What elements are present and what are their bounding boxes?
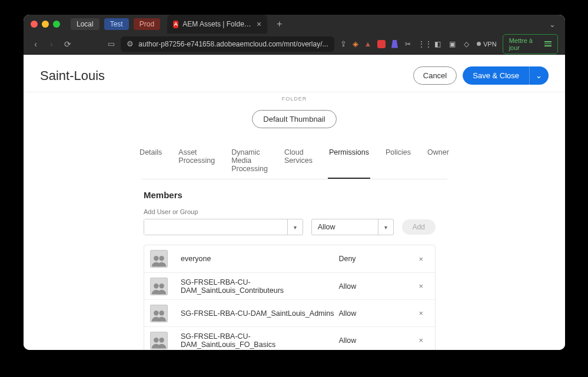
svg-point-1 <box>159 256 164 261</box>
tabs-overflow-button[interactable]: ⌄ <box>547 20 558 29</box>
tab-policies[interactable]: Policies <box>384 142 412 179</box>
wallet-icon[interactable]: ◇ <box>462 40 471 48</box>
tab-permissions[interactable]: Permissions <box>328 142 370 179</box>
tab-favicon: A <box>173 21 178 28</box>
member-name: SG-FRSEL-RBA-CU-DAM_SaintLouis_FO_Basics <box>168 332 338 349</box>
tab-close-button[interactable]: × <box>257 19 261 29</box>
member-row: everyone Deny × <box>144 245 435 272</box>
tab-title: AEM Assets | Folder Properties <box>182 20 253 28</box>
extensions: ✂ ⋮⋮ ◧ ▣ ◇ VPN Mettre à jour <box>377 34 558 54</box>
save-split-button: Save & Close ⌄ <box>463 66 549 85</box>
tab-strip: Details Asset Processing Dynamic Media P… <box>141 142 447 179</box>
vpn-label: VPN <box>483 41 497 48</box>
sidebar-toggle-icon[interactable]: ◧ <box>433 40 442 48</box>
members-heading: Members <box>144 190 436 200</box>
svg-point-4 <box>154 311 158 315</box>
forward-button[interactable]: › <box>46 39 57 49</box>
save-options-button[interactable]: ⌄ <box>529 66 549 85</box>
new-tab-button[interactable]: + <box>272 19 287 29</box>
page-content: Saint-Louis Cancel Save & Close ⌄ FOLDER… <box>24 55 565 350</box>
browser-tab[interactable]: A AEM Assets | Folder Properties × <box>167 15 267 34</box>
svg-point-5 <box>159 311 164 315</box>
cancel-button[interactable]: Cancel <box>413 66 457 85</box>
remove-member-button[interactable]: × <box>415 308 427 319</box>
tab-asset-processing[interactable]: Asset Processing <box>177 142 216 179</box>
reader-mode-icon[interactable]: ▭ <box>108 39 115 48</box>
env-test-tag[interactable]: Test <box>104 18 129 30</box>
menu-icon <box>544 41 552 46</box>
member-mode: Deny <box>338 255 415 263</box>
remove-member-button[interactable]: × <box>415 281 427 292</box>
add-member-row: ▾ Allow ▾ Add <box>144 219 436 235</box>
tab-owner[interactable]: Owner <box>426 142 450 179</box>
reload-button[interactable]: ⟳ <box>62 39 72 49</box>
chevron-down-icon[interactable]: ▾ <box>378 219 393 235</box>
user-group-input[interactable] <box>144 219 287 235</box>
group-avatar-icon <box>150 332 168 349</box>
member-name: SG-FRSEL-RBA-CU-DAM_SaintLouis_Admins <box>168 309 338 318</box>
member-mode: Allow <box>338 309 415 318</box>
site-settings-icon[interactable]: ⚙ <box>127 39 134 48</box>
share-icon[interactable]: ⇪ <box>340 39 347 48</box>
maximize-window-button[interactable] <box>53 21 60 28</box>
group-avatar-icon <box>150 305 168 322</box>
member-row: SG-FRSEL-RBA-CU-DAM_SaintLouis_Admins Al… <box>144 299 435 326</box>
close-window-button[interactable] <box>31 21 38 28</box>
add-user-label: Add User or Group <box>144 208 436 215</box>
update-button[interactable]: Mettre à jour <box>503 34 558 54</box>
address-bar: ‹ › ⟳ ▭ ⚙ author-p87256-e741658.adobeaem… <box>24 34 565 55</box>
save-close-button[interactable]: Save & Close <box>463 66 529 85</box>
back-button[interactable]: ‹ <box>31 39 41 49</box>
shields-icon[interactable]: ◈ <box>353 39 358 48</box>
svg-point-7 <box>159 338 164 342</box>
url-field[interactable]: ⚙ author-p87256-e741658.adobeaemcloud.co… <box>121 36 334 52</box>
user-group-combobox[interactable]: ▾ <box>144 219 303 235</box>
member-mode: Allow <box>338 336 415 345</box>
default-thumbnail-button[interactable]: Default Thumbnail <box>252 110 336 128</box>
vpn-badge[interactable]: VPN <box>477 41 497 48</box>
tab-cloud-services[interactable]: Cloud Services <box>283 142 314 179</box>
url-text: author-p87256-e741658.adobeaemcloud.com/… <box>138 40 328 48</box>
group-avatar-icon <box>150 250 168 268</box>
remove-member-button[interactable]: × <box>415 335 427 346</box>
svg-point-6 <box>154 338 158 342</box>
member-name: SG-FRSEL-RBA-CU-DAM_SaintLouis_Contribut… <box>168 278 338 295</box>
member-row: SG-FRSEL-RBA-CU-DAM_SaintLouis_Contribut… <box>144 272 435 299</box>
title-bar: Local Test Prod A AEM Assets | Folder Pr… <box>24 15 565 34</box>
tab-details[interactable]: Details <box>138 142 163 179</box>
extensions-menu-icon[interactable]: ⋮⋮ <box>418 40 427 48</box>
remove-member-button[interactable]: × <box>415 253 427 265</box>
env-local-tag[interactable]: Local <box>71 18 99 30</box>
tab-dynamic-media[interactable]: Dynamic Media Processing <box>230 142 269 179</box>
window-controls <box>31 21 60 28</box>
member-mode: Allow <box>338 282 415 291</box>
svg-point-3 <box>159 283 164 288</box>
member-list: everyone Deny × SG-FRSEL-RBA-CU-DAM_Sain… <box>144 245 436 350</box>
ext-cut-icon[interactable]: ✂ <box>404 40 413 48</box>
page-title: Saint-Louis <box>40 68 413 84</box>
role-select[interactable]: Allow ▾ <box>311 219 394 235</box>
bitwarden-icon[interactable] <box>391 40 398 48</box>
ublock-icon[interactable] <box>377 40 386 48</box>
env-prod-tag[interactable]: Prod <box>134 18 160 30</box>
permissions-panel: Members Add User or Group ▾ Allow ▾ Add … <box>24 179 565 350</box>
warning-icon[interactable]: ▲ <box>364 39 372 48</box>
member-row: SG-FRSEL-RBA-CU-DAM_SaintLouis_FO_Basics… <box>144 326 435 350</box>
member-name: everyone <box>168 255 338 263</box>
svg-point-0 <box>154 256 158 261</box>
update-label: Mettre à jour <box>509 37 541 51</box>
chevron-down-icon[interactable]: ▾ <box>287 219 303 235</box>
pip-icon[interactable]: ▣ <box>448 40 457 48</box>
browser-window: Local Test Prod A AEM Assets | Folder Pr… <box>24 15 565 350</box>
group-avatar-icon <box>150 278 168 295</box>
folder-type-label: FOLDER <box>24 96 565 102</box>
role-select-value: Allow <box>312 219 378 235</box>
page-header: Saint-Louis Cancel Save & Close ⌄ <box>24 55 565 92</box>
add-button[interactable]: Add <box>402 219 436 235</box>
minimize-window-button[interactable] <box>42 21 49 28</box>
svg-point-2 <box>154 283 158 288</box>
